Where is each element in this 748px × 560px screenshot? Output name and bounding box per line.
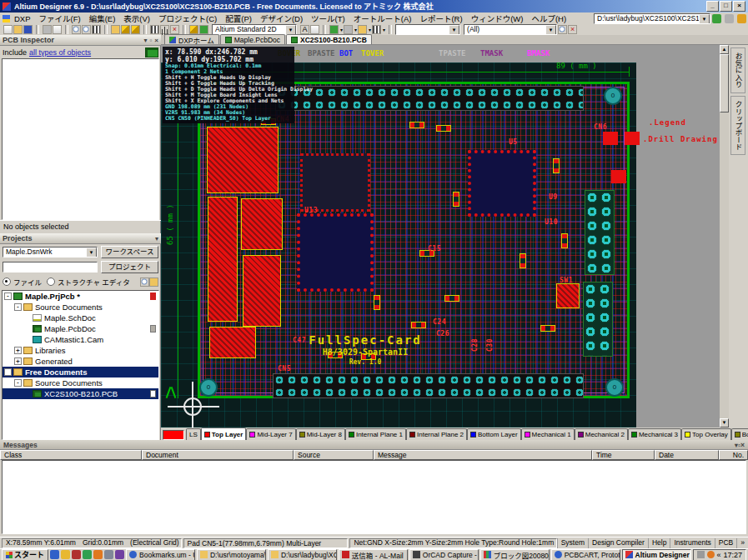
quick-launch-msn-icon[interactable] (83, 550, 92, 559)
zoom-area-icon[interactable] (82, 25, 91, 34)
passive-component[interactable] (453, 192, 459, 207)
close-button[interactable]: × (733, 1, 745, 12)
layer-tab-top-layer[interactable]: Top Layer (201, 428, 247, 440)
favorites-add-icon[interactable] (737, 14, 746, 23)
paste-icon[interactable] (131, 25, 140, 34)
workspace-combo[interactable]: Maple.DsnWrk ▼ (3, 247, 98, 258)
include-all-types-link[interactable]: all types of objects (29, 48, 91, 57)
combo-dropdown-icon[interactable]: ▼ (699, 14, 710, 24)
workspace-button[interactable]: ワークスペース (101, 246, 158, 258)
pin-header-top-cn4[interactable] (275, 86, 584, 111)
layer-string[interactable]: BMASK (527, 49, 550, 58)
cross-probe-icon[interactable] (199, 25, 208, 34)
passive-component[interactable] (411, 322, 426, 328)
task-bookmarks[interactable]: Bookmarks.um - URL... (126, 549, 195, 560)
open-project-icon[interactable] (149, 278, 158, 287)
arc-tool-dropdown-icon[interactable]: ▾ (354, 27, 357, 32)
column-document[interactable]: Document (142, 450, 294, 460)
layer-tab-top-overlay[interactable]: Top Overlay (681, 428, 731, 440)
scroll-down-icon[interactable]: ▼ (720, 418, 729, 428)
quick-launch-mail-icon[interactable] (61, 550, 70, 559)
passive-component[interactable] (444, 295, 459, 302)
dip-switch-sw1[interactable] (556, 283, 580, 308)
printer-icon[interactable] (697, 551, 705, 558)
quick-launch-explorer-icon[interactable] (115, 550, 124, 559)
copper-pour[interactable] (241, 198, 283, 250)
layer-string[interactable]: TPASTE (439, 49, 466, 58)
memory-ic[interactable] (300, 153, 370, 212)
column-class[interactable]: Class (0, 450, 142, 460)
task-paint[interactable]: ブロック図20080603 - P... (480, 549, 550, 560)
panel-menu-icon[interactable]: ▾ (143, 37, 147, 44)
eye-icon[interactable] (140, 278, 149, 287)
column-date[interactable]: Date (655, 450, 719, 460)
tree-item-free-documents[interactable]: - Free Documents (3, 367, 158, 378)
panel-button-help[interactable]: Help (648, 538, 670, 548)
menu-design[interactable]: デザイン(D) (256, 12, 307, 24)
drill-drawing-string[interactable]: .Drill Drawing (643, 135, 718, 143)
silkscreen-title[interactable]: FullSpec-Card (303, 333, 428, 347)
menu-view[interactable]: 表示(V) (119, 12, 154, 24)
power-module[interactable] (207, 127, 279, 193)
panel-button-system[interactable]: System (557, 538, 588, 548)
qfp-ic-u13[interactable] (297, 213, 374, 292)
start-button[interactable]: スタート (2, 549, 48, 560)
scroll-up-icon[interactable]: ▲ (720, 45, 729, 54)
layer-tab-mechanical-2[interactable]: Mechanical 2 (575, 428, 628, 440)
designator[interactable]: CN5 (278, 365, 291, 372)
tree-item-free-source-documents[interactable]: - Source Documents (3, 378, 158, 388)
clear-highlight-icon[interactable]: × (568, 25, 577, 34)
tree-item-libraries[interactable]: + Libraries (3, 345, 158, 356)
designator[interactable]: CN6 (594, 123, 607, 131)
quick-launch-winamp-icon[interactable] (93, 550, 103, 559)
minimize-button[interactable]: _ (706, 1, 719, 12)
layer-tab-mechanical-1[interactable]: Mechanical 1 (521, 428, 575, 440)
projects-header[interactable]: Projects ▾ (0, 233, 161, 244)
copy-icon[interactable] (121, 25, 130, 34)
scrollbar-thumb[interactable] (720, 54, 729, 112)
designator[interactable]: C47 (293, 337, 306, 344)
layer-tab-bottom-overlay[interactable]: Bottom Overlay (731, 428, 748, 440)
messages-header[interactable]: Messages ▾ ▫ × (0, 440, 748, 450)
designator[interactable]: C15 (428, 245, 441, 252)
panel-pin-icon[interactable]: ▫ (149, 37, 152, 44)
menu-reports[interactable]: レポート(R) (415, 12, 466, 24)
file-radio[interactable]: ファイル (3, 277, 42, 287)
menu-file[interactable]: ファイル(F) (35, 12, 85, 24)
move-icon[interactable] (160, 25, 169, 34)
note-icon[interactable] (310, 25, 319, 34)
print-icon[interactable] (43, 25, 52, 34)
panel-menu-icon[interactable]: ▾ (155, 235, 158, 242)
column-source[interactable]: Source (294, 450, 374, 460)
task-folder-motoyama[interactable]: D:\usr\motoyama\A41... (197, 549, 266, 560)
clipboard-panel-tab[interactable]: クリップボード (730, 96, 745, 156)
quick-launch-desktop-icon[interactable] (104, 550, 113, 559)
board-width-dimension[interactable]: 89 ( mm ) (556, 62, 597, 70)
inspector-body[interactable] (2, 58, 159, 220)
column-no[interactable]: No. (719, 450, 748, 460)
panel-close-icon[interactable]: × (740, 441, 745, 449)
tree-item-source-documents[interactable]: - Source Documents (3, 302, 158, 312)
pad-tool-icon[interactable] (358, 25, 367, 34)
favorites-panel-tab[interactable]: お気に入り (730, 48, 745, 93)
project-button[interactable]: プロジェクト (101, 261, 158, 273)
layer-string[interactable]: TOVER (361, 49, 384, 58)
layer-tab-internal-plane-1[interactable]: Internal Plane 1 (345, 428, 406, 440)
open-icon[interactable] (13, 25, 23, 34)
layer-tab-bottom-layer[interactable]: Bottom Layer (467, 428, 521, 440)
text-tool-icon[interactable]: A (300, 25, 309, 34)
messages-list[interactable] (2, 460, 746, 534)
qfp-ic-u5[interactable] (468, 150, 536, 217)
combo-dropdown-icon[interactable]: ▼ (545, 25, 556, 35)
antivirus-icon[interactable] (707, 551, 715, 558)
mounting-hole[interactable]: 0 (605, 378, 624, 397)
mounting-hole[interactable]: 0 (199, 378, 218, 397)
copper-pour[interactable] (209, 327, 256, 358)
red-pad[interactable] (625, 132, 640, 145)
menu-project[interactable]: プロジェクト(C) (154, 12, 221, 24)
dimension-line-vertical[interactable] (178, 85, 178, 398)
align-tool-icon[interactable] (372, 25, 381, 34)
silkscreen-subtitle[interactable]: H8/3029-SpartanII (307, 348, 424, 357)
line-tool-icon[interactable] (329, 25, 339, 34)
panel-button-more[interactable]: » (736, 538, 748, 548)
